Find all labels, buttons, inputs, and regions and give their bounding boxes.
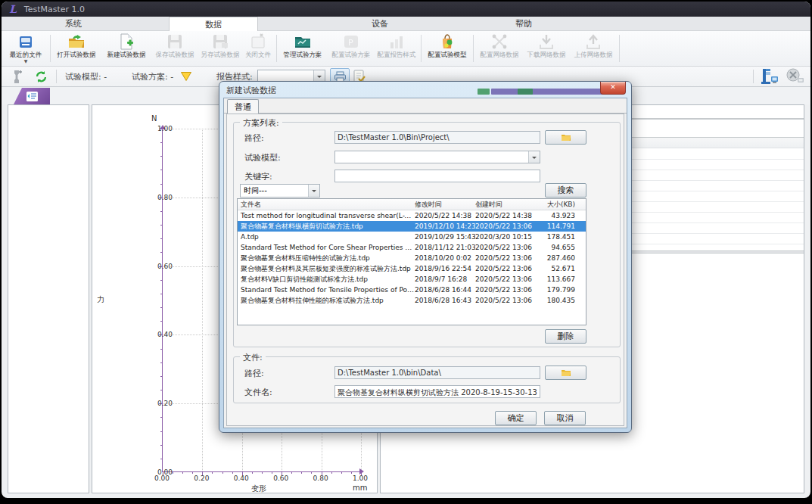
tab-data[interactable]: 数据 (169, 17, 258, 31)
delete-button[interactable]: 删除 (545, 329, 586, 344)
col-modified[interactable]: 修改时间 (415, 199, 475, 210)
scheme-status-label: 试验方案: - (132, 67, 173, 86)
y-tick-label: 0.80 (142, 194, 173, 201)
scheme-list-group: 方案列表: 路径: D:\TestMaster 1.0\Bin\Project\… (233, 122, 621, 347)
network-config-label: 配置网络数据 (481, 51, 519, 60)
config-model-button[interactable]: 配置试验模型 (423, 33, 471, 65)
filter-icon (180, 71, 192, 82)
table-row[interactable]: Standard Test Method for Core Shear Prop… (238, 242, 586, 253)
table-row[interactable]: Test method for longitudinal transverse … (238, 210, 586, 221)
tab-help[interactable]: 帮助 (482, 17, 565, 31)
title-bar: L TestMaster 1.0 (2, 2, 810, 17)
recent-files-icon (17, 33, 35, 51)
y-tick-label: 0.60 (142, 263, 173, 270)
network-upload-label: 上传网络数据 (574, 51, 613, 60)
new-test-data-dialog: 新建试验数据 ✕ 普通 方案列表: 路径: D:\TestMaster 1.0\… (219, 81, 632, 433)
toolbar-divider (56, 70, 57, 83)
document-tab[interactable] (14, 88, 50, 104)
y-tick-label: 1.00 (142, 125, 173, 132)
manage-scheme-icon (294, 33, 312, 51)
config-scheme-icon: P (342, 33, 360, 51)
manage-scheme-button[interactable]: 管理试验方案 (278, 33, 327, 65)
table-row-selected[interactable]: 聚合物基复合材料纵横剪切试验方法.tdp 2019/12/10 14:23 20… (238, 221, 586, 232)
dialog-tab-general[interactable]: 普通 (227, 99, 259, 114)
manage-scheme-label: 管理试验方案 (284, 51, 322, 60)
table-row[interactable]: 聚合物基复合材料拉伸性能的标准试验方法.tdp 2018/6/28 16:43 … (238, 295, 586, 306)
col-filename[interactable]: 文件名 (238, 199, 415, 210)
dialog-title: 新建试验数据 (226, 85, 276, 96)
close-file-icon (249, 33, 267, 51)
config-model-icon (438, 33, 456, 51)
dialog-body: 普通 方案列表: 路径: D:\TestMaster 1.0\Bin\Proje… (223, 98, 627, 428)
filename-input[interactable]: 聚合物基复合材料纵横剪切试验方法 2020-8-19-15-30-13 (334, 385, 540, 398)
network-upload-icon (584, 33, 602, 51)
network-upload-button: 上传网络数据 (571, 33, 616, 65)
table-row[interactable]: 复合材料V缺口剪切性能测试标准方法.tdp 2018/9/7 16:28 202… (238, 274, 586, 285)
dialog-tab-strip: 普通 (224, 98, 627, 114)
window-title: TestMaster 1.0 (24, 5, 85, 14)
filter-button[interactable] (180, 67, 192, 86)
dialog-close-button[interactable]: ✕ (600, 82, 626, 95)
table-row[interactable]: 聚合物基复合材料及其层板短梁强度的标准试验方法.tdp 2018/9/16 22… (238, 263, 586, 274)
scheme-browse-button[interactable] (545, 130, 586, 145)
x-tick-label: 0.40 (226, 474, 257, 482)
file-list-panel[interactable] (8, 104, 89, 493)
x-tick-label: 0.00 (147, 474, 177, 482)
time-filter-select[interactable]: 时间--- (240, 184, 320, 198)
scheme-file-table: 文件名 修改时间 创建时间 大小(KB) Test method for lon… (237, 198, 586, 325)
table-header-row: 文件名 修改时间 创建时间 大小(KB) (238, 199, 586, 210)
chevron-down-icon: ▼ (24, 60, 28, 63)
dialog-tab-page: 方案列表: 路径: D:\TestMaster 1.0\Bin\Project\… (226, 114, 624, 426)
test-model-select[interactable] (334, 151, 540, 163)
table-row[interactable]: 聚合物基复合材料压缩特性的试验方法.tdp 2018/10/20 0:02 20… (238, 253, 586, 263)
machine-status-button[interactable] (761, 67, 780, 86)
dialog-title-bar[interactable]: 新建试验数据 ✕ (219, 82, 631, 98)
x-tick-label: 1.00 (345, 474, 375, 482)
network-config-button: 配置网络数据 (477, 33, 522, 65)
table-row[interactable]: A.tdp 2019/10/29 15:43 2020/3/20 10:15 1… (238, 232, 586, 242)
file-browse-button[interactable] (545, 366, 586, 380)
x-axis-unit: mm (353, 484, 367, 492)
refresh-icon (35, 70, 48, 83)
test-model-value (335, 151, 338, 160)
search-button[interactable]: 搜索 (545, 183, 586, 198)
folder-browse-icon (561, 133, 571, 142)
folder-browse-icon (561, 369, 571, 377)
col-size[interactable]: 大小(KB) (536, 199, 580, 210)
y-tick-label: 0.40 (142, 331, 173, 338)
x-axis-arrow (359, 468, 367, 474)
close-icon: ✕ (610, 83, 616, 91)
network-status-button[interactable] (786, 67, 805, 86)
save-as-data-icon (211, 33, 229, 51)
x-tick-label: 0.60 (266, 474, 296, 482)
tab-device[interactable]: 设备 (338, 17, 422, 31)
table-row[interactable]: Standard Test Method for Tensile Propert… (238, 285, 586, 295)
test-machine-connected-icon (761, 68, 780, 85)
file-path-field[interactable]: D:\TestMaster 1.0\bin\Data\ (334, 366, 540, 379)
glass-reflection (478, 89, 490, 95)
chevron-down-icon (528, 151, 540, 163)
ribbon-divider (619, 35, 620, 62)
model-status-label: 试验模型: - (65, 67, 107, 86)
keyword-input[interactable] (334, 170, 540, 182)
y-tick-label: 0.20 (142, 400, 173, 407)
save-as-data-button: 另存试验数据 (198, 33, 243, 65)
ok-button[interactable]: 确定 (495, 411, 537, 425)
ribbon-toolbar: 最近的文件 ▼ 打开试验数据 新建试验数据 保存试验数据 另存试验数据 关闭文件… (2, 31, 810, 67)
glass-reflection (518, 89, 533, 95)
network-config-icon (490, 33, 509, 51)
specimen-button[interactable] (11, 67, 24, 86)
recent-files-button[interactable]: 最近的文件 ▼ (4, 33, 48, 65)
chevron-down-icon (308, 185, 319, 197)
ribbon-divider (473, 35, 474, 62)
network-disconnected-icon (786, 68, 805, 85)
open-data-button[interactable]: 打开试验数据 (52, 33, 101, 65)
col-created[interactable]: 创建时间 (475, 199, 536, 210)
tab-system[interactable]: 系统 (32, 17, 115, 31)
glass-reflection (491, 89, 615, 95)
file-group-label: 文件: (240, 352, 266, 363)
new-data-button[interactable]: 新建试验数据 (102, 33, 151, 65)
cancel-button[interactable]: 取消 (544, 411, 586, 425)
refresh-button[interactable] (35, 67, 48, 86)
scheme-path-field[interactable]: D:\TestMaster 1.0\Bin\Project\ (334, 131, 540, 144)
